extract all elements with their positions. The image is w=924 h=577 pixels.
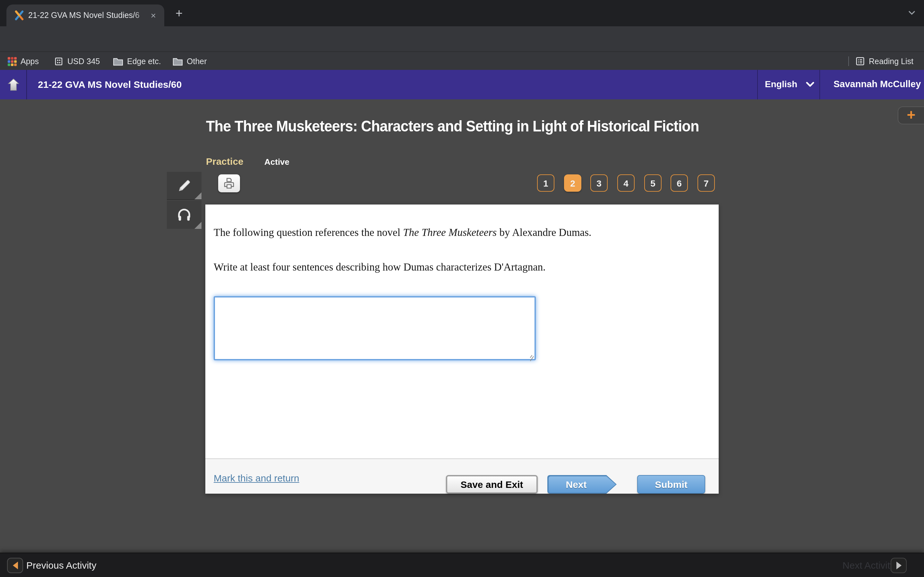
novel-title-italic: The Three Musketeers xyxy=(403,226,497,239)
question-nav-4[interactable]: 4 xyxy=(617,174,635,192)
print-button[interactable] xyxy=(218,174,240,192)
bookmark-folder-edge[interactable]: Edge etc. xyxy=(113,55,161,67)
bookmarks-bar: Apps USD 345 Edge etc. Other xyxy=(0,51,924,70)
pencil-icon xyxy=(176,177,192,194)
tab-title: 21-22 GVA MS Novel Studies/6 xyxy=(28,11,150,21)
folder-icon xyxy=(173,57,183,66)
header-divider xyxy=(757,70,758,99)
question-nav-3[interactable]: 3 xyxy=(590,174,607,192)
player-content: + The Three Musketeers: Characters and S… xyxy=(0,99,924,553)
next-button-label: Next xyxy=(548,476,615,493)
edgenuity-favicon-icon xyxy=(14,10,24,21)
previous-activity-label[interactable]: Previous Activity xyxy=(26,560,96,571)
question-nav-7[interactable]: 7 xyxy=(698,174,715,192)
activity-title: The Three Musketeers: Characters and Set… xyxy=(206,117,701,135)
mark-and-return-link[interactable]: Mark this and return xyxy=(214,472,299,484)
printer-icon xyxy=(223,177,236,189)
add-side-tab-button[interactable]: + xyxy=(898,106,924,124)
apps-grid-icon xyxy=(8,57,17,66)
bookmarks-divider xyxy=(848,56,849,66)
submit-button[interactable]: Submit xyxy=(637,475,705,494)
bookmark-label: Apps xyxy=(21,57,39,66)
browser-toolbar: r07.core.learn.edgenuity.com/Player/ C U… xyxy=(0,26,924,51)
bookmark-label: Other xyxy=(187,57,207,66)
header-divider xyxy=(819,70,820,99)
tab-close-icon[interactable]: × xyxy=(148,10,159,21)
reading-list-button[interactable]: Reading List xyxy=(855,55,913,67)
browser-tab[interactable]: 21-22 GVA MS Novel Studies/6 × xyxy=(6,5,164,26)
annotation-tool-button[interactable] xyxy=(167,172,202,200)
read-aloud-tool-button[interactable] xyxy=(167,201,202,229)
bookmark-label: USD 345 xyxy=(67,57,100,66)
next-activity-button[interactable] xyxy=(891,558,907,573)
chevron-down-icon[interactable] xyxy=(806,81,814,88)
bookmark-folder-other[interactable]: Other xyxy=(173,55,207,67)
previous-activity-button[interactable] xyxy=(7,558,23,573)
question-nav-1[interactable]: 1 xyxy=(537,174,554,192)
triangle-right-icon xyxy=(896,562,901,569)
course-header: 21-22 GVA MS Novel Studies/60 English Sa… xyxy=(0,70,924,99)
next-button[interactable]: Next xyxy=(548,475,617,494)
question-card-footer: Mark this and return Save and Exit Next … xyxy=(205,458,719,494)
question-nav-6[interactable]: 6 xyxy=(670,174,688,192)
new-tab-button[interactable]: + xyxy=(172,6,186,21)
triangle-left-icon xyxy=(13,562,18,569)
answer-textarea[interactable] xyxy=(214,296,536,360)
language-selector[interactable]: English xyxy=(765,79,797,89)
question-intro-tail: by Alexandre Dumas. xyxy=(497,226,591,239)
question-nav-2-active[interactable]: 2 xyxy=(564,174,582,192)
bank-icon xyxy=(54,56,63,66)
headphones-icon xyxy=(176,206,192,223)
question-nav-5[interactable]: 5 xyxy=(644,174,662,192)
browser-window: 21-22 GVA MS Novel Studies/6 × + r07.cor… xyxy=(0,0,924,577)
folder-icon xyxy=(113,57,123,66)
question-intro: The following question references the no… xyxy=(214,226,701,239)
tab-strip: 21-22 GVA MS Novel Studies/6 × + xyxy=(0,0,924,26)
question-intro-text: The following question references the no… xyxy=(214,226,403,239)
reading-list-icon xyxy=(855,56,865,66)
bookmark-usd345[interactable]: USD 345 xyxy=(54,55,100,67)
course-title: 21-22 GVA MS Novel Studies/60 xyxy=(38,79,182,90)
question-prompt: Write at least four sentences describing… xyxy=(214,261,701,274)
next-activity-label: Next Activity xyxy=(843,560,895,571)
home-icon xyxy=(5,77,21,92)
activity-nav-bar: Previous Activity Next Activity xyxy=(0,553,924,577)
tab-search-chevron-icon[interactable] xyxy=(907,8,916,17)
save-and-exit-button[interactable]: Save and Exit xyxy=(446,475,538,494)
reading-list-label: Reading List xyxy=(869,57,913,66)
bookmark-label: Edge etc. xyxy=(127,57,161,66)
activity-mode-label: Practice xyxy=(206,156,244,167)
bookmark-apps[interactable]: Apps xyxy=(8,55,39,67)
question-card: The following question references the no… xyxy=(205,205,719,494)
home-button[interactable] xyxy=(0,70,27,99)
user-name[interactable]: Savannah McCulley xyxy=(834,79,921,89)
activity-status-label: Active xyxy=(264,157,289,167)
